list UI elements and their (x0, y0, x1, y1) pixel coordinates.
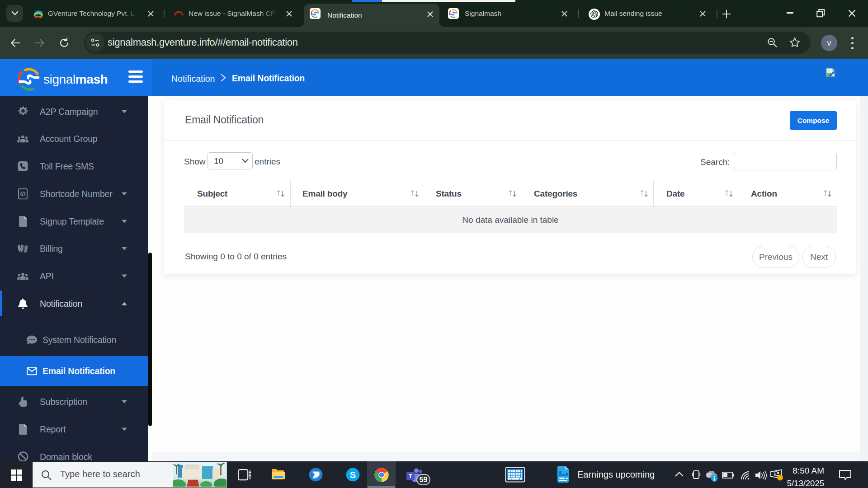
svg-text:T: T (409, 473, 412, 479)
svg-text:S: S (350, 470, 356, 480)
